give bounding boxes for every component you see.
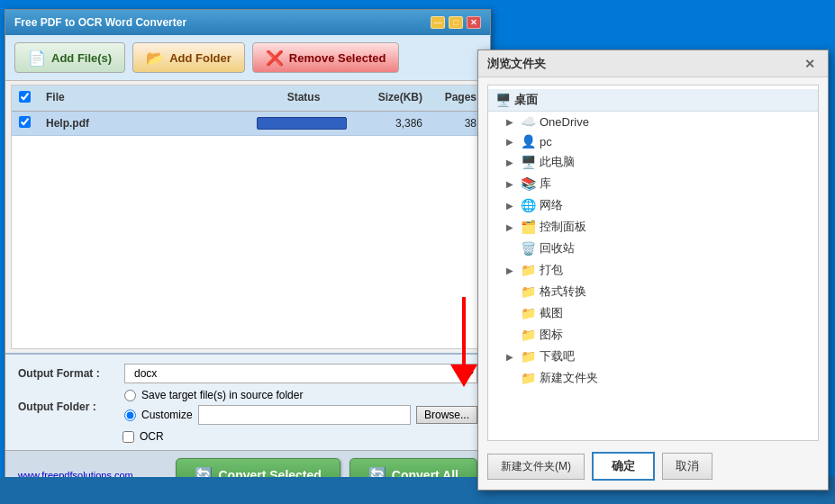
radio-source-label: Save target file(s) in source folder (141, 389, 303, 401)
chevron-onedrive: ▶ (506, 117, 517, 127)
add-files-label: Add File(s) (51, 51, 112, 65)
customize-path-input[interactable] (198, 405, 411, 425)
header-check (12, 89, 39, 107)
toolbar: 📄 Add File(s) 📂 Add Folder ❌ Remove Sele… (5, 35, 490, 81)
chevron-pc: ▶ (506, 137, 517, 147)
recycle-icon: 🗑️ (521, 241, 536, 256)
tree-item-newfolder[interactable]: 📁 新建文件夹 (488, 367, 818, 389)
tree-item-format[interactable]: 📁 格式转换 (488, 281, 818, 302)
file-pages: 38 (430, 115, 484, 131)
radio-source[interactable] (124, 390, 136, 401)
chevron-thispc: ▶ (506, 158, 517, 167)
file-name: Help.pdf (39, 115, 250, 131)
add-folder-button[interactable]: 📂 Add Folder (132, 42, 245, 73)
cancel-button[interactable]: 取消 (662, 453, 712, 480)
screenshot-icon: 📁 (521, 306, 536, 320)
dialog-tree[interactable]: 🖥️ 桌面 ▶ ☁️ OneDrive ▶ 👤 pc ▶ 🖥️ 此电脑 ▶ 📚 … (487, 85, 819, 441)
header-size: Size(KB) (358, 89, 430, 107)
tree-label-network: 网络 (540, 197, 563, 213)
dialog-title: 浏览文件夹 (487, 56, 546, 72)
file-list-area: File Status Size(KB) Pages Help.pdf 3,38… (11, 85, 485, 349)
tree-label-library: 库 (540, 176, 551, 192)
file-list-body: Help.pdf 3,386 38 (12, 112, 484, 348)
tree-label-format: 格式转换 (540, 284, 586, 300)
dialog-title-bar: 浏览文件夹 ✕ (478, 50, 828, 77)
select-all-checkbox[interactable] (19, 91, 31, 103)
output-format-select[interactable]: docx doc txt (124, 364, 477, 383)
tree-item-thispc[interactable]: ▶ 🖥️ 此电脑 (488, 151, 818, 173)
output-folder-label: Output Folder : (18, 400, 117, 413)
tree-label-onedrive: OneDrive (540, 115, 589, 129)
controlpanel-icon: 🗂️ (521, 220, 536, 234)
tree-label-controlpanel: 控制面板 (540, 219, 586, 235)
add-files-icon: 📄 (28, 49, 46, 67)
header-file: File (39, 89, 250, 107)
minimize-button[interactable]: — (431, 16, 445, 29)
new-folder-button[interactable]: 新建文件夹(M) (487, 454, 585, 480)
desktop-icon: 🖥️ (495, 93, 511, 107)
file-checkbox[interactable] (19, 116, 31, 128)
format-icon: 📁 (521, 284, 536, 299)
tree-item-downloads[interactable]: ▶ 📁 下载吧 (488, 346, 818, 367)
tree-item-library[interactable]: ▶ 📚 库 (488, 173, 818, 194)
remove-icon: ❌ (266, 49, 284, 67)
tree-label-icons: 图标 (540, 327, 563, 343)
file-list-header: File Status Size(KB) Pages (12, 86, 484, 112)
status-bar (257, 117, 347, 130)
output-folder-row: Output Folder : Save target file(s) in s… (18, 389, 477, 425)
dialog-close-button[interactable]: ✕ (801, 57, 819, 71)
file-size: 3,386 (358, 115, 430, 131)
browse-button[interactable]: Browse... (416, 406, 477, 424)
header-pages: Pages (430, 89, 484, 107)
tree-label-recycle: 回收站 (540, 240, 575, 256)
tree-item-controlpanel[interactable]: ▶ 🗂️ 控制面板 (488, 216, 818, 238)
thispc-icon: 🖥️ (521, 155, 536, 169)
ok-button[interactable]: 确定 (592, 452, 655, 481)
radio-group: Save target file(s) in source folder Cus… (124, 389, 477, 425)
onedrive-icon: ☁️ (521, 114, 536, 129)
remove-selected-button[interactable]: ❌ Remove Selected (252, 42, 400, 73)
tree-item-onedrive[interactable]: ▶ ☁️ OneDrive (488, 112, 818, 131)
tree-label-screenshot: 截图 (540, 305, 563, 321)
ocr-label: OCR (140, 430, 164, 443)
file-status (250, 115, 358, 131)
network-icon: 🌐 (521, 198, 536, 212)
radio-customize-row: Customize Browse... (124, 405, 477, 425)
tree-label-thispc: 此电脑 (540, 154, 575, 170)
chevron-downloads: ▶ (506, 352, 517, 362)
tree-item-pc[interactable]: ▶ 👤 pc (488, 131, 818, 151)
tree-label-pc: pc (540, 135, 552, 148)
tree-item-screenshot[interactable]: 📁 截图 (488, 302, 818, 324)
tree-item-network[interactable]: ▶ 🌐 网络 (488, 194, 818, 216)
header-status: Status (250, 89, 358, 107)
row-checkbox-cell (12, 114, 39, 132)
ocr-checkbox[interactable] (123, 431, 134, 443)
svg-marker-1 (450, 364, 477, 387)
remove-selected-label: Remove Selected (289, 51, 386, 65)
table-row[interactable]: Help.pdf 3,386 38 (12, 112, 484, 136)
icons-icon: 📁 (521, 328, 536, 342)
tree-label-newfolder: 新建文件夹 (540, 370, 598, 386)
tree-item-icons[interactable]: 📁 图标 (488, 324, 818, 346)
add-files-button[interactable]: 📄 Add File(s) (14, 42, 125, 73)
tree-item-recycle[interactable]: 🗑️ 回收站 (488, 238, 818, 259)
main-window: Free PDF to OCR Word Converter — □ ✕ 📄 A… (5, 9, 491, 500)
add-folder-icon: 📂 (146, 49, 164, 67)
window-controls: — □ ✕ (431, 16, 481, 29)
pack-icon: 📁 (521, 263, 536, 277)
radio-customize-label: Customize (141, 409, 193, 421)
chevron-pack: ▶ (506, 266, 517, 275)
maximize-button[interactable]: □ (449, 16, 463, 29)
close-button[interactable]: ✕ (467, 16, 481, 29)
ocr-row: OCR (123, 430, 477, 443)
file-browser-dialog: 浏览文件夹 ✕ 🖥️ 桌面 ▶ ☁️ OneDrive ▶ 👤 pc ▶ 🖥️ … (477, 50, 829, 490)
library-icon: 📚 (521, 176, 536, 191)
tree-label-pack: 打包 (540, 262, 563, 278)
tree-label-downloads: 下载吧 (540, 348, 575, 364)
output-format-row: Output Format : docx doc txt (18, 364, 477, 383)
radio-customize[interactable] (124, 410, 136, 421)
tree-item-desktop[interactable]: 🖥️ 桌面 (488, 89, 818, 112)
tree-label-desktop: 桌面 (514, 92, 538, 108)
radio-source-row: Save target file(s) in source folder (124, 389, 477, 401)
tree-item-pack[interactable]: ▶ 📁 打包 (488, 259, 818, 281)
